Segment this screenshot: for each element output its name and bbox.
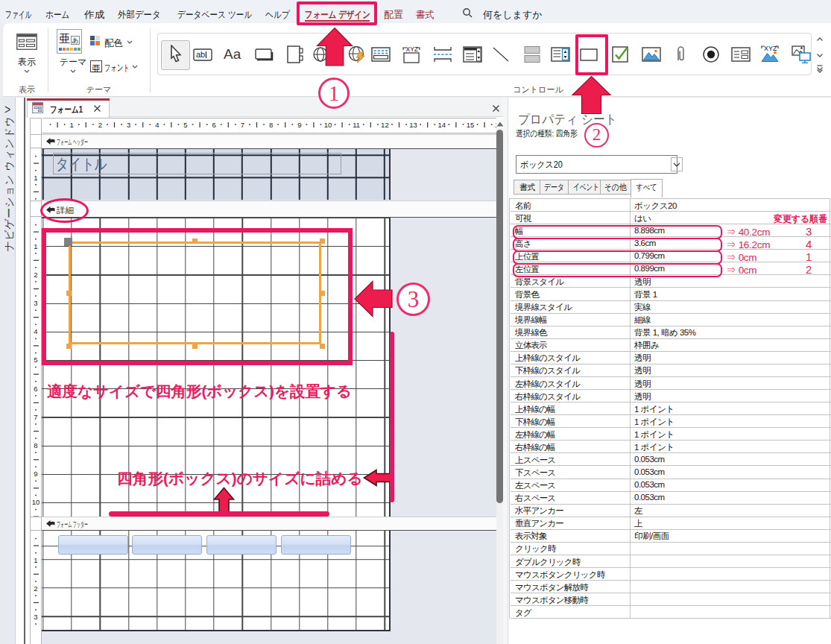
svg-text:ab: ab (196, 50, 205, 59)
svg-text:3: 3 (34, 299, 37, 307)
svg-text:7: 7 (241, 121, 244, 129)
svg-text:5: 5 (183, 121, 187, 129)
svg-text:15: 15 (467, 121, 475, 129)
svg-text:2: 2 (34, 584, 37, 593)
svg-text:XYZ: XYZ (406, 45, 419, 53)
svg-text:12: 12 (381, 121, 389, 129)
svg-text:13: 13 (409, 121, 417, 129)
svg-text:9: 9 (34, 470, 37, 478)
svg-text:3: 3 (34, 613, 37, 621)
svg-text:1: 1 (34, 242, 37, 250)
svg-text:8: 8 (269, 121, 273, 129)
svg-text:14: 14 (438, 121, 446, 129)
svg-text:6: 6 (212, 121, 216, 129)
svg-text:1: 1 (34, 174, 37, 182)
svg-text:4: 4 (34, 327, 37, 335)
svg-text:3: 3 (127, 121, 130, 129)
svg-text:5: 5 (34, 356, 37, 364)
svg-text:10: 10 (324, 121, 332, 129)
svg-text:11: 11 (353, 121, 360, 129)
svg-text:XYZ: XYZ (764, 45, 777, 52)
svg-text:6: 6 (34, 385, 37, 393)
svg-text:1: 1 (70, 121, 74, 129)
svg-text:8: 8 (34, 441, 37, 449)
svg-text:4: 4 (155, 121, 159, 129)
svg-text:9: 9 (297, 121, 301, 129)
svg-text:7: 7 (34, 413, 37, 421)
svg-text:2: 2 (98, 121, 102, 129)
svg-text:10: 10 (32, 498, 40, 506)
svg-text:1: 1 (34, 556, 37, 564)
svg-text:2: 2 (34, 271, 37, 279)
svg-text:Aa: Aa (224, 46, 241, 62)
